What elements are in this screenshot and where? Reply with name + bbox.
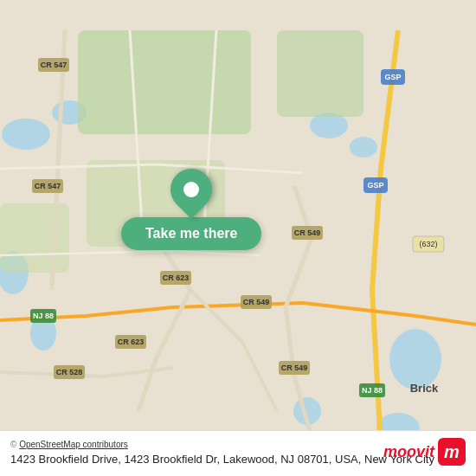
svg-text:CR 547: CR 547 <box>41 61 68 69</box>
location-pin <box>162 160 221 219</box>
take-me-there-button[interactable]: Take me there <box>121 217 261 250</box>
svg-rect-9 <box>78 30 251 134</box>
moovit-logo: moovit m <box>383 438 466 466</box>
svg-point-0 <box>2 119 50 150</box>
svg-text:CR 623: CR 623 <box>118 338 145 346</box>
svg-text:NJ 88: NJ 88 <box>33 312 54 320</box>
moovit-logo-text: moovit <box>383 443 434 461</box>
svg-text:NJ 88: NJ 88 <box>362 386 383 395</box>
map-container: GSP GSP NJ 88 NJ 88 CR 547 CR 547 CR 623… <box>0 0 476 476</box>
svg-text:(632): (632) <box>419 240 437 248</box>
svg-text:Brick: Brick <box>410 382 439 395</box>
svg-text:GSP: GSP <box>384 73 401 81</box>
svg-point-7 <box>350 137 377 158</box>
svg-text:GSP: GSP <box>367 181 383 190</box>
svg-text:CR 549: CR 549 <box>281 363 308 372</box>
svg-text:CR 549: CR 549 <box>243 298 270 306</box>
openstreetmap-link[interactable]: OpenStreetMap contributors <box>19 440 128 449</box>
svg-text:CR 623: CR 623 <box>163 273 190 282</box>
svg-text:CR 549: CR 549 <box>294 228 321 237</box>
svg-text:CR 547: CR 547 <box>35 182 61 190</box>
location-marker-container: Take me there <box>121 169 261 250</box>
bottom-info-bar: © OpenStreetMap contributors 1423 Brookf… <box>0 430 476 476</box>
svg-rect-10 <box>277 30 363 117</box>
svg-rect-12 <box>0 203 69 273</box>
svg-text:CR 528: CR 528 <box>56 368 83 376</box>
moovit-icon: m <box>438 438 466 466</box>
copyright-symbol: © <box>10 440 16 449</box>
svg-point-4 <box>389 329 441 389</box>
moovit-icon-letter: m <box>444 442 460 462</box>
